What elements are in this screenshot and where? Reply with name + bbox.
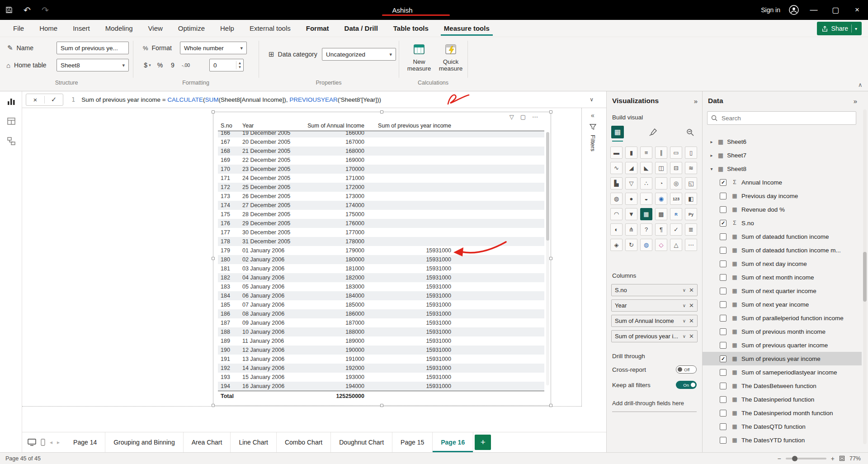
- expand-formula-bar-icon[interactable]: ∨: [590, 96, 594, 103]
- field-checkbox[interactable]: ✓: [720, 355, 726, 362]
- column-header-s-no[interactable]: S.no: [218, 123, 240, 129]
- table-row[interactable]: 17427 December 2005174000: [218, 201, 544, 210]
- account-avatar-icon[interactable]: [785, 0, 803, 20]
- table-row[interactable]: 18709 January 200618700015931000: [218, 318, 544, 327]
- previous-page-icon[interactable]: ◂: [50, 439, 52, 445]
- share-button[interactable]: Share ▾: [817, 22, 862, 35]
- field-checkbox[interactable]: [720, 383, 726, 389]
- field-checkbox[interactable]: [720, 423, 726, 430]
- field-sum-of-next-day-income[interactable]: ▦Sum of next day income: [703, 257, 862, 270]
- table-row[interactable]: 17730 December 2005177000: [218, 228, 544, 237]
- menu-tab-file[interactable]: File: [5, 20, 32, 37]
- report-canvas[interactable]: ▽ ▢ ⋯ S.noYearSum of Annual IncomeSum of…: [22, 108, 606, 432]
- table-row[interactable]: 18406 January 200618400015931000: [218, 291, 544, 300]
- page-tab-area-chart[interactable]: Area Chart: [184, 432, 231, 452]
- search-input[interactable]: [721, 114, 852, 122]
- stacked-area-chart-icon[interactable]: ◣: [640, 162, 652, 174]
- metrics-icon[interactable]: ✓: [670, 223, 682, 236]
- visual-filter-icon[interactable]: ▽: [509, 114, 514, 120]
- chevron-down-icon[interactable]: ∨: [683, 288, 686, 293]
- treemap-icon[interactable]: ◱: [685, 177, 697, 189]
- field-annual-income[interactable]: ✓ΣAnnual Income: [703, 175, 862, 189]
- resize-handle[interactable]: [212, 257, 215, 260]
- tree-chevron-icon[interactable]: ▾: [708, 166, 715, 171]
- table-row[interactable]: 16720 December 2005167000: [218, 137, 544, 147]
- field-checkbox[interactable]: ✓: [720, 179, 726, 186]
- field-sum-of-next-quarter-income[interactable]: ▦Sum of next quarter income: [703, 284, 862, 298]
- qa-visual-icon[interactable]: ?: [640, 223, 652, 236]
- field-checkbox[interactable]: [720, 369, 726, 376]
- field-well-sum-of-annual-income[interactable]: Sum of Annual Income∨✕: [611, 315, 698, 327]
- home-table-select[interactable]: Sheet8▾: [57, 59, 129, 71]
- desktop-layout-icon[interactable]: [28, 439, 36, 446]
- field-sum-of-previous-quarter-income[interactable]: ▦Sum of previous quarter income: [703, 338, 862, 352]
- table-row[interactable]: 18204 January 200618200015931000: [218, 273, 544, 282]
- table-row[interactable]: 19113 January 200619100015931000: [218, 355, 544, 364]
- 100-stacked-bar-chart-icon[interactable]: ▭: [670, 147, 682, 159]
- resize-handle[interactable]: [549, 110, 552, 114]
- collapse-ribbon-icon[interactable]: ∧: [858, 81, 863, 88]
- dax-formula-text[interactable]: Sum of previous year income = CALCULATE(…: [81, 96, 381, 103]
- table-row[interactable]: 19416 January 200619400015931000: [218, 382, 544, 391]
- remove-field-icon[interactable]: ✕: [689, 302, 694, 309]
- power-automate-icon[interactable]: ↻: [625, 239, 637, 251]
- filled-map-icon[interactable]: ●: [625, 193, 637, 205]
- thousands-separator-button[interactable]: 9: [167, 59, 178, 71]
- decimal-places-stepper[interactable]: 0 ▲▼: [209, 59, 244, 71]
- fit-to-page-icon[interactable]: [839, 455, 845, 461]
- menu-tab-help[interactable]: Help: [212, 20, 242, 37]
- menu-tab-home[interactable]: Home: [32, 20, 65, 37]
- drill-through-drop-zone[interactable]: [612, 412, 697, 412]
- field-sum-of-previous-month-income[interactable]: ▦Sum of previous month income: [703, 325, 862, 338]
- minimize-button[interactable]: —: [803, 0, 825, 20]
- page-tab-page-14[interactable]: Page 14: [65, 432, 105, 452]
- close-button[interactable]: ×: [846, 0, 868, 20]
- keep-all-filters-toggle[interactable]: On: [676, 381, 697, 389]
- data-pane-scrollbar[interactable]: [863, 109, 867, 444]
- field-checkbox[interactable]: [720, 315, 726, 322]
- table-row[interactable]: 17326 December 2005173000: [218, 192, 544, 201]
- menu-tab-table-tools[interactable]: Table tools: [386, 20, 436, 37]
- table-row[interactable]: 18305 January 200618300015931000: [218, 282, 544, 291]
- field-well-s-no[interactable]: S.no∨✕: [611, 284, 698, 296]
- visual-scrollbar[interactable]: [546, 132, 549, 385]
- zoom-level[interactable]: 77%: [849, 455, 861, 462]
- remove-field-icon[interactable]: ✕: [689, 333, 694, 340]
- menu-tab-measure-tools[interactable]: Measure tools: [436, 20, 497, 37]
- scatter-chart-icon[interactable]: ∴: [640, 177, 652, 189]
- zoom-slider[interactable]: [786, 458, 826, 459]
- key-influencers-icon[interactable]: ◐: [610, 223, 623, 236]
- page-tab-grouping-and-binning[interactable]: Grouping and Binning: [105, 432, 183, 452]
- globe-custom-visual-icon[interactable]: ◍: [640, 239, 652, 251]
- currency-format-button[interactable]: $▾: [142, 59, 153, 71]
- menu-tab-data-drill[interactable]: Data / Drill: [337, 20, 386, 37]
- stacked-bar-chart-icon[interactable]: ▬: [610, 147, 623, 159]
- table-row[interactable]: 18608 January 200618600015931000: [218, 309, 544, 318]
- stacked-column-chart-icon[interactable]: ▮: [625, 147, 637, 159]
- expand-filters-pane-icon[interactable]: «: [591, 112, 594, 119]
- clustered-bar-chart-icon[interactable]: ≡: [640, 147, 652, 159]
- field-the-datesqtd-function[interactable]: ▦The DatesQTD function: [703, 420, 862, 433]
- field-sum-of-dateadd-function-income[interactable]: ▦Sum of dateadd function income: [703, 230, 862, 243]
- field-checkbox[interactable]: [720, 247, 726, 254]
- field-checkbox[interactable]: [720, 342, 726, 349]
- funnel-chart-icon[interactable]: ▽: [625, 177, 637, 189]
- share-chevron-icon[interactable]: ▾: [855, 26, 857, 31]
- maximize-button[interactable]: ▢: [825, 0, 846, 20]
- table-row[interactable]: 16922 December 2005169000: [218, 156, 544, 165]
- field-checkbox[interactable]: [720, 193, 726, 199]
- menu-tab-view[interactable]: View: [141, 20, 170, 37]
- table-row[interactable]: 19214 January 200619200015931000: [218, 364, 544, 373]
- arcgis-map-icon[interactable]: ◈: [610, 239, 623, 251]
- collapse-visualizations-pane-icon[interactable]: »: [694, 97, 698, 105]
- resize-handle[interactable]: [549, 404, 552, 407]
- next-page-icon[interactable]: ▸: [57, 439, 60, 445]
- menu-tab-external-tools[interactable]: External tools: [242, 20, 298, 37]
- field-checkbox[interactable]: [720, 410, 726, 417]
- field-checkbox[interactable]: [720, 260, 726, 267]
- kpi-icon[interactable]: ◧: [685, 193, 697, 205]
- report-view-icon[interactable]: [0, 91, 22, 111]
- table-node-sheet6[interactable]: ▸▦Sheet6: [703, 135, 862, 148]
- clustered-column-chart-icon[interactable]: ∥: [655, 147, 667, 159]
- menu-tab-modeling[interactable]: Modeling: [98, 20, 141, 37]
